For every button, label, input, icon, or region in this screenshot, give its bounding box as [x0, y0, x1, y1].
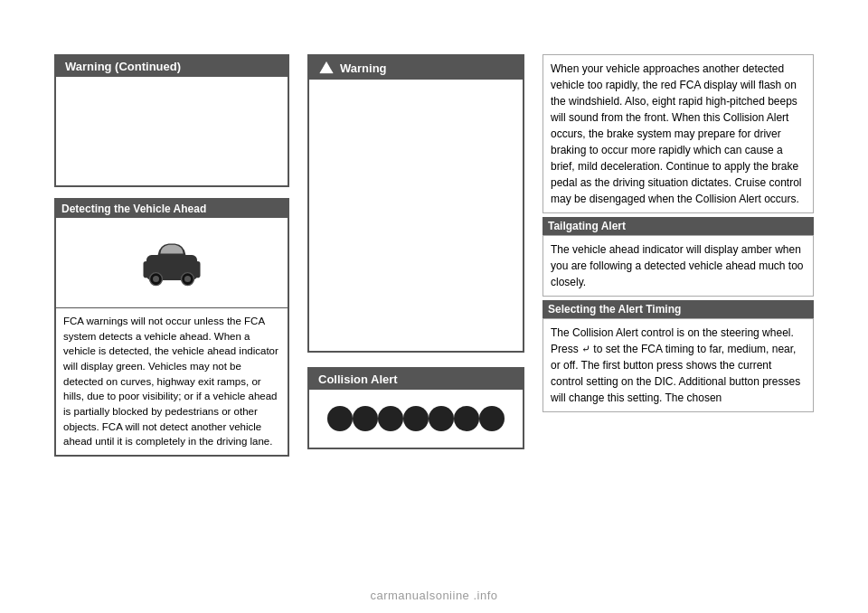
selecting-alert-timing-header: Selecting the Alert Timing: [542, 300, 814, 318]
tailgating-alert-header: Tailgating Alert: [542, 217, 814, 235]
collision-dot-5: [429, 406, 454, 431]
vehicle-image-area: [56, 218, 288, 308]
collision-dots-area: [309, 390, 523, 448]
selecting-alert-timing-body: The Collision Alert control is on the st…: [542, 318, 814, 412]
detecting-vehicle-header: Detecting the Vehicle Ahead: [56, 200, 288, 218]
car-icon: [140, 230, 203, 296]
collision-dot-4: [403, 406, 429, 431]
warning-continued-body: [56, 77, 288, 185]
collision-alert-box: Collision Alert: [307, 367, 524, 449]
svg-point-4: [153, 276, 159, 282]
warning-continued-header: Warning (Continued): [56, 56, 288, 77]
detecting-vehicle-box: Detecting the Vehicle Ahead: [54, 198, 289, 457]
center-column: Warning Collision Alert: [307, 54, 524, 595]
warning-triangle-icon: [318, 60, 335, 76]
warning-header: Warning: [309, 56, 523, 80]
warning-body: [309, 80, 523, 351]
svg-point-5: [184, 276, 191, 282]
collision-dot-3: [378, 406, 403, 431]
detecting-vehicle-body: FCA warnings will not occur unless the F…: [56, 308, 288, 455]
collision-dot-7: [479, 406, 505, 431]
svg-rect-6: [326, 66, 327, 70]
warning-label: Warning: [340, 61, 387, 75]
warning-continued-label: Warning (Continued): [65, 60, 181, 73]
collision-alert-header: Collision Alert: [309, 369, 523, 390]
collision-dot-2: [353, 406, 378, 431]
tailgating-alert-body: The vehicle ahead indicator will display…: [542, 235, 814, 297]
watermark: carmanualsoniine .info: [370, 589, 497, 602]
collision-dot-6: [454, 406, 479, 431]
right-column: When your vehicle approaches another det…: [542, 54, 814, 595]
warning-continued-box: Warning (Continued): [54, 54, 289, 187]
warning-box: Warning: [307, 54, 524, 353]
svg-rect-7: [326, 71, 327, 71]
left-column: Warning (Continued) Detecting the Vehicl…: [54, 54, 289, 595]
intro-text-block: When your vehicle approaches another det…: [542, 54, 814, 213]
collision-dot-1: [327, 406, 353, 431]
